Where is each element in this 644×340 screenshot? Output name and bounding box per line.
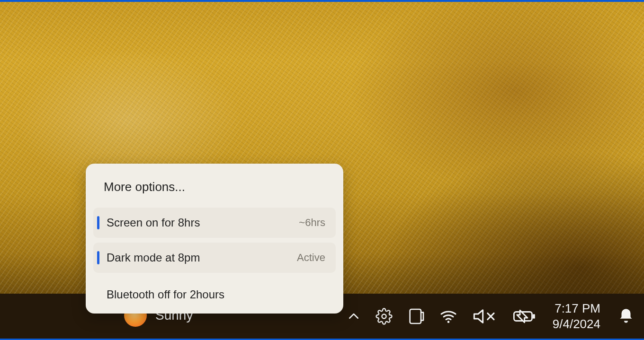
tablet-mode-icon xyxy=(407,307,426,326)
popup-item-label: Bluetooth off for 2hours xyxy=(107,288,224,301)
tablet-mode-button[interactable] xyxy=(407,307,426,326)
svg-point-0 xyxy=(382,314,386,318)
taskbar-context-popup: More options... Screen on for 8hrs ~6hrs… xyxy=(86,164,343,314)
svg-point-2 xyxy=(447,321,449,323)
popup-item-label: Screen on for 8hrs xyxy=(107,216,200,229)
popup-more-options[interactable]: More options... xyxy=(93,172,336,203)
popup-item-label: Dark mode at 8pm xyxy=(107,251,200,264)
battery-button[interactable] xyxy=(511,307,537,326)
system-tray: 7:17 PM 9/4/2024 xyxy=(346,294,635,339)
popup-item-dark-mode[interactable]: Dark mode at 8pm Active xyxy=(93,243,336,273)
popup-item-screen-on[interactable]: Screen on for 8hrs ~6hrs xyxy=(93,208,336,238)
active-indicator xyxy=(97,216,99,229)
volume-mute-button[interactable] xyxy=(471,307,498,326)
notifications-button[interactable] xyxy=(617,307,635,326)
popup-item-bluetooth-off[interactable]: Bluetooth off for 2hours xyxy=(93,279,336,303)
notifications-icon xyxy=(617,307,635,325)
settings-icon xyxy=(376,308,393,325)
popup-item-detail: ~6hrs xyxy=(299,217,325,229)
taskbar-date: 9/4/2024 xyxy=(553,316,600,332)
volume-mute-icon xyxy=(471,307,498,326)
chevron-up-icon xyxy=(347,309,361,323)
overflow-chevron-button[interactable] xyxy=(346,309,361,324)
svg-rect-1 xyxy=(410,309,420,323)
wifi-icon xyxy=(439,306,458,326)
battery-saver-icon xyxy=(511,307,537,326)
taskbar-time: 7:17 PM xyxy=(553,301,600,316)
popup-item-detail: Active xyxy=(297,252,325,264)
active-indicator xyxy=(97,251,99,264)
svg-rect-6 xyxy=(533,314,535,319)
wifi-button[interactable] xyxy=(439,307,458,326)
settings-button[interactable] xyxy=(375,307,394,326)
taskbar-datetime[interactable]: 7:17 PM 9/4/2024 xyxy=(550,301,603,331)
